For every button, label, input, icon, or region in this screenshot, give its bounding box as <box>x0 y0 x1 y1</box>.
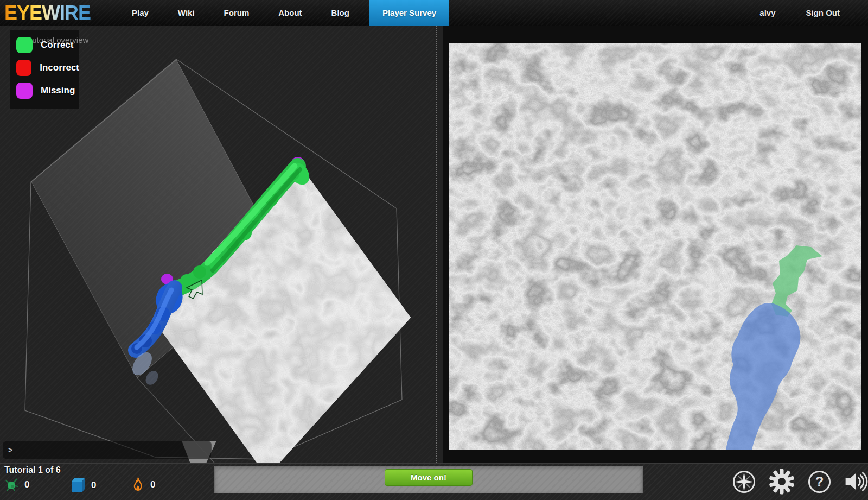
legend-label: Correct <box>41 40 73 50</box>
move-on-button[interactable]: Move on! <box>385 469 473 486</box>
streak-count: 0 <box>150 479 155 490</box>
neuron-icon <box>4 477 19 492</box>
tab-player-survey[interactable]: Player Survey <box>369 0 449 26</box>
correct-swatch <box>16 37 33 53</box>
viewer-3d-panel: tutorial overview Correct Incorrect Miss… <box>0 26 434 463</box>
compass-icon[interactable] <box>731 469 757 495</box>
cells-counter: 0 <box>4 477 29 492</box>
question-icon[interactable]: ? <box>807 469 832 495</box>
speaker-icon[interactable] <box>844 469 868 495</box>
chat-input[interactable] <box>17 446 206 454</box>
gear-icon[interactable] <box>769 469 795 495</box>
cubes-count: 0 <box>91 480 96 491</box>
legend-label: Incorrect <box>40 62 79 73</box>
main-area: tutorial overview Correct Incorrect Miss… <box>0 26 868 463</box>
legend: Correct Incorrect Missing <box>10 30 79 109</box>
legend-label: Missing <box>41 85 75 96</box>
chat-prompt: > <box>8 446 12 454</box>
incorrect-swatch <box>16 60 31 76</box>
footer-icon-group: ? <box>731 469 868 495</box>
chat-box[interactable]: > <box>2 441 212 459</box>
streak-counter: 0 <box>131 477 155 492</box>
username[interactable]: alvy <box>760 8 775 17</box>
eyewire-logo[interactable]: EYEWIRE <box>4 2 107 24</box>
panel-divider <box>436 26 437 463</box>
cells-count: 0 <box>24 479 29 490</box>
em-2d-panel <box>443 26 868 463</box>
bottom-bar: Tutorial 1 of 6 0 0 0 Move on! <box>0 463 868 500</box>
sign-out-link[interactable]: Sign Out <box>806 8 840 17</box>
main-menu: Play Wiki Forum About Blog Player Survey <box>117 0 449 26</box>
action-panel: Move on! <box>214 466 643 493</box>
tutorial-progress-label: Tutorial 1 of 6 <box>4 465 61 475</box>
legend-row-correct: Correct <box>16 37 79 53</box>
legend-row-incorrect: Incorrect <box>16 60 79 76</box>
nav-item-wiki[interactable]: Wiki <box>163 0 209 26</box>
nav-right: alvy Sign Out <box>760 8 868 17</box>
nav-item-play[interactable]: Play <box>117 0 163 26</box>
svg-text:?: ? <box>815 474 824 489</box>
legend-row-missing: Missing <box>16 83 79 99</box>
em-2d-canvas[interactable] <box>449 43 861 450</box>
nav-item-blog[interactable]: Blog <box>317 0 364 26</box>
cube-icon <box>69 477 86 493</box>
top-navbar: EYEWIRE Play Wiki Forum About Blog Playe… <box>0 0 868 26</box>
flame-icon <box>131 477 145 492</box>
nav-item-forum[interactable]: Forum <box>209 0 264 26</box>
cubes-counter: 0 <box>69 477 96 493</box>
missing-swatch <box>16 83 33 99</box>
nav-item-about[interactable]: About <box>264 0 316 26</box>
